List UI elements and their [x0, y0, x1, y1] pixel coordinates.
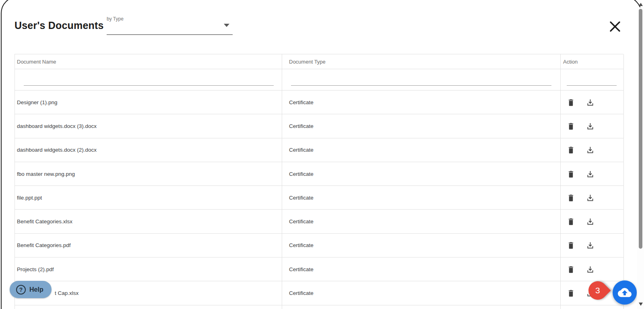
- document-type-cell: Certificate: [282, 234, 561, 258]
- delete-document-button[interactable]: [566, 288, 576, 298]
- filter-cell-type: [282, 69, 561, 91]
- annotation-step-number: 3: [595, 286, 600, 295]
- document-type-cell: Certificate: [282, 162, 561, 186]
- download-document-button[interactable]: [585, 145, 595, 155]
- download-document-button[interactable]: [585, 169, 595, 179]
- table-row: dashboard widgets.docx (2).docx Certific…: [15, 138, 623, 162]
- document-type-cell: Certificate: [282, 281, 561, 305]
- filter-cell-action: [561, 69, 624, 91]
- table-row: fbo master new.png.png Certificate: [15, 162, 623, 186]
- document-type-cell: Certificate: [282, 186, 561, 210]
- download-icon: [586, 170, 594, 178]
- empty-cell: [561, 305, 624, 309]
- cloud-upload-icon: [618, 286, 632, 299]
- filter-by-type-label: by Type: [107, 16, 124, 22]
- trash-icon: [567, 98, 575, 107]
- trash-icon: [567, 265, 575, 274]
- document-name-cell: file.ppt.ppt: [15, 186, 282, 210]
- help-button[interactable]: ? Help: [10, 281, 52, 298]
- action-cell: [561, 186, 624, 210]
- table-row-partial: [15, 305, 623, 309]
- action-filter-input[interactable]: [567, 77, 617, 86]
- filter-by-type-select[interactable]: by Type: [107, 15, 233, 35]
- document-name-cell: Projects (2).pdf: [15, 258, 282, 281]
- table-row: dashboard widgets.docx (3).docx Certific…: [15, 114, 623, 138]
- document-name-cell: Benefit Categories.xlsx: [15, 210, 282, 233]
- trash-icon: [567, 289, 575, 297]
- download-icon: [586, 217, 594, 226]
- table-body: Designer (1).png Certificate dashboard w…: [15, 91, 623, 305]
- download-icon: [586, 98, 594, 107]
- document-name-cell: dashboard widgets.docx (3).docx: [15, 114, 282, 138]
- trash-icon: [567, 170, 575, 178]
- document-name-filter-input[interactable]: [24, 77, 274, 86]
- delete-document-button[interactable]: [566, 169, 576, 179]
- empty-cell: [15, 305, 282, 309]
- delete-document-button[interactable]: [566, 216, 576, 227]
- download-icon: [586, 146, 594, 154]
- delete-document-button[interactable]: [566, 145, 576, 155]
- document-type-cell: Certificate: [282, 210, 561, 233]
- trash-icon: [567, 241, 575, 249]
- download-document-button[interactable]: [585, 121, 595, 131]
- document-type-cell: Certificate: [282, 114, 561, 138]
- trash-icon: [567, 146, 575, 154]
- table-row: Benefit Categories.xlsx Certificate: [15, 210, 623, 233]
- table-header-row: Document Name Document Type Action: [15, 54, 623, 69]
- upload-document-button[interactable]: [613, 280, 637, 305]
- scroll-up-arrow-icon[interactable]: [639, 3, 643, 6]
- table-row: Benefit Categories.pdf Certificate: [15, 234, 623, 258]
- document-name-cell: dashboard widgets.docx (2).docx: [15, 138, 282, 162]
- download-icon: [586, 194, 594, 202]
- column-header-document-type: Document Type: [282, 54, 561, 69]
- download-document-button[interactable]: [585, 193, 595, 203]
- documents-table: Document Name Document Type Action Desig…: [14, 54, 623, 309]
- help-button-label: Help: [29, 286, 43, 293]
- action-cell: [561, 114, 624, 138]
- download-document-button[interactable]: [585, 264, 595, 274]
- document-type-cell: Certificate: [282, 138, 561, 162]
- document-type-filter-input[interactable]: [291, 77, 551, 86]
- trash-icon: [567, 194, 575, 202]
- select-underline: [107, 34, 233, 35]
- document-name-cell: t Cap.xlsx: [15, 281, 282, 305]
- delete-document-button[interactable]: [566, 97, 576, 107]
- download-icon: [586, 265, 594, 274]
- table-row: Designer (1).png Certificate: [15, 91, 623, 114]
- document-name-cell: Designer (1).png: [15, 91, 282, 114]
- action-cell: [561, 234, 624, 258]
- empty-cell: [282, 305, 561, 309]
- action-cell: [561, 162, 624, 186]
- delete-document-button[interactable]: [566, 121, 576, 131]
- action-cell: [561, 138, 624, 162]
- delete-document-button[interactable]: [566, 264, 576, 274]
- table-row: file.ppt.ppt Certificate: [15, 186, 623, 210]
- scrollbar-thumb[interactable]: [639, 9, 642, 249]
- table-row: Projects (2).pdf Certificate: [15, 258, 623, 281]
- download-document-button[interactable]: [585, 216, 595, 227]
- download-document-button[interactable]: [585, 97, 595, 107]
- trash-icon: [567, 122, 575, 130]
- action-cell: [561, 258, 624, 281]
- document-name-cell: Benefit Categories.pdf: [15, 234, 282, 258]
- download-document-button[interactable]: [585, 240, 595, 250]
- delete-document-button[interactable]: [566, 240, 576, 250]
- action-cell: [561, 91, 624, 114]
- document-type-cell: Certificate: [282, 91, 561, 114]
- delete-document-button[interactable]: [566, 193, 576, 203]
- download-icon: [586, 122, 594, 130]
- table-row: t Cap.xlsx Certificate: [15, 281, 623, 305]
- action-cell: [561, 210, 624, 233]
- scroll-down-arrow-icon[interactable]: [639, 303, 643, 306]
- document-type-cell: Certificate: [282, 258, 561, 281]
- trash-icon: [567, 217, 575, 226]
- scrollbar: [637, 0, 644, 309]
- download-icon: [586, 241, 594, 249]
- column-header-action: Action: [561, 54, 624, 69]
- close-button[interactable]: [609, 20, 622, 33]
- close-x-icon: [609, 21, 621, 33]
- question-mark-icon: ?: [16, 285, 26, 295]
- document-name-cell: fbo master new.png.png: [15, 162, 282, 186]
- chevron-down-icon: [224, 24, 229, 27]
- page-title: User's Documents: [14, 20, 104, 31]
